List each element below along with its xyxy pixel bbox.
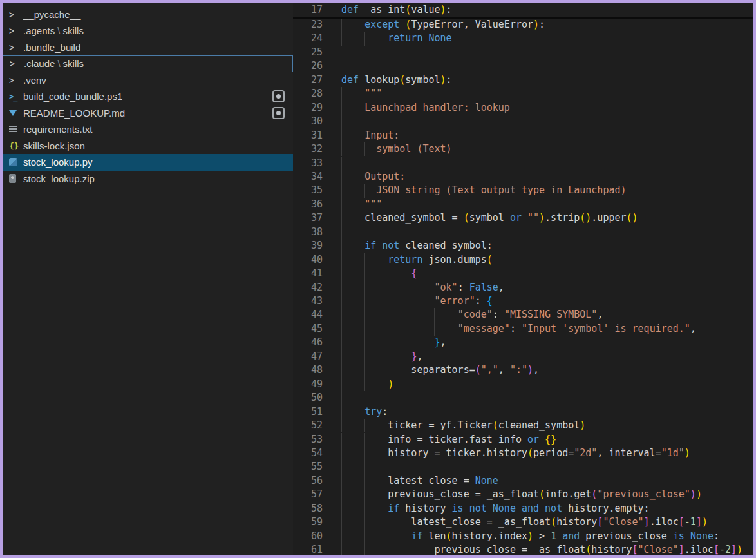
line-number: 59 — [293, 515, 323, 529]
code-line[interactable]: 60 if len(history.index) > 1 and previou… — [293, 530, 753, 543]
path-separator: \ — [57, 58, 60, 69]
sidebar-item-bundle-build[interactable]: >.bundle_build — [3, 39, 293, 55]
code-line[interactable]: 25 — [293, 46, 753, 59]
code-line[interactable]: 35 JSON string (Text output type in Laun… — [293, 184, 753, 197]
code-line[interactable]: 37 cleaned_symbol = (symbol or "").strip… — [293, 211, 753, 225]
code-line[interactable]: 61 previous_close = _as_float(history["C… — [293, 543, 753, 555]
code-line[interactable]: 33 — [293, 157, 753, 170]
code-editor[interactable]: 23 except (TypeError, ValueError):24 ret… — [293, 3, 753, 555]
code-token: history.empty: — [562, 503, 649, 514]
code-token — [341, 378, 388, 390]
code-token: { — [487, 295, 493, 307]
code-line[interactable]: 48 separators=(",", ":"), — [293, 363, 753, 377]
code-line[interactable]: 55 — [293, 460, 753, 474]
code-token — [341, 19, 364, 30]
code-line[interactable]: 47 }, — [293, 350, 753, 363]
sidebar-item-claude[interactable]: >.claude\skills — [3, 55, 293, 72]
sticky-scroll-line[interactable]: 17def _as_int(value): — [293, 3, 753, 19]
line-number: 24 — [293, 32, 323, 45]
item-label: .bundle_build — [23, 42, 80, 53]
code-line[interactable]: 24 return None — [293, 32, 753, 45]
code-line[interactable]: 57 previous_close = _as_float(info.get("… — [293, 488, 753, 501]
zip-icon — [9, 174, 16, 183]
sidebar-item-stock-lookup-zip[interactable]: stock_lookup.zip — [3, 170, 293, 187]
sidebar-item-agents[interactable]: >.agents\skills — [3, 23, 293, 39]
code-line[interactable]: 44 "code": "MISSING_SYMBOL", — [293, 308, 753, 322]
code-token — [341, 323, 458, 334]
code-line[interactable]: 59 latest_close = _as_float(history["Clo… — [293, 515, 753, 529]
line-number: 52 — [293, 419, 323, 432]
code-line[interactable]: 17def _as_int(value): — [293, 3, 753, 17]
icon-wrap: {} — [9, 141, 23, 151]
sidebar-item-build-code-bundle-ps1[interactable]: >_build_code_bundle.ps1 — [3, 88, 293, 105]
open-editor-badge[interactable] — [272, 90, 285, 102]
code-line[interactable]: 32 symbol (Text) — [293, 142, 753, 156]
code-token — [341, 88, 364, 99]
code-token: ( — [527, 447, 533, 459]
code-line[interactable]: 39 if not cleaned_symbol: — [293, 239, 753, 253]
code-line[interactable]: 56 latest_close = None — [293, 474, 753, 488]
code-token: "ok" — [435, 282, 458, 293]
code-line[interactable]: 53 info = ticker.fast_info or {} — [293, 433, 753, 447]
sidebar-item-venv[interactable]: >.venv — [3, 72, 293, 88]
code-line[interactable]: 52 ticker = yf.Ticker(cleaned_symbol) — [293, 419, 753, 432]
code-line[interactable]: 58 if history is not None and not histor… — [293, 502, 753, 515]
code-text: return None — [341, 32, 452, 45]
code-line[interactable]: 34 Output: — [293, 170, 753, 184]
code-token: is — [673, 530, 685, 542]
code-token: history — [399, 503, 451, 514]
code-line[interactable]: 49 ) — [293, 378, 753, 391]
code-token: "previous_close" — [597, 488, 690, 500]
code-token: () — [580, 212, 591, 224]
code-line[interactable]: 40 return json.dumps( — [293, 253, 753, 267]
code-token: history = ticker.history — [341, 447, 527, 459]
code-token: not — [545, 503, 562, 514]
line-number: 58 — [293, 502, 323, 515]
code-line[interactable]: 28 """ — [293, 87, 753, 101]
code-line[interactable]: 30 — [293, 115, 753, 128]
code-line[interactable]: 27def lookup(symbol): — [293, 73, 753, 87]
code-token — [341, 309, 458, 320]
code-line[interactable]: 42 "ok": False, — [293, 281, 753, 294]
code-token — [341, 254, 388, 265]
line-number: 37 — [293, 211, 323, 225]
code-token: () — [627, 212, 638, 224]
code-token: "Input 'symbol' is required." — [522, 323, 690, 334]
code-line[interactable]: 26 — [293, 59, 753, 73]
code-text: cleaned_symbol = (symbol or "").strip().… — [341, 211, 638, 225]
sidebar-item-skills-lock-json[interactable]: {}skills-lock.json — [3, 137, 293, 154]
code-token: .iloc — [685, 544, 713, 555]
code-text: if history is not None and not history.e… — [341, 502, 650, 515]
code-line[interactable]: 41 { — [293, 267, 753, 280]
code-line[interactable]: 45 "message": "Input 'symbol' is require… — [293, 322, 753, 336]
code-token: .upper — [591, 212, 626, 224]
item-label: .venv — [23, 75, 46, 86]
code-line[interactable]: 51 try: — [293, 405, 753, 419]
code-line[interactable]: 43 "error": { — [293, 294, 753, 308]
code-token: [ — [679, 516, 685, 528]
code-line[interactable]: 29 Launchpad handler: lookup — [293, 101, 753, 115]
code-token: ) — [702, 516, 708, 528]
code-line[interactable]: 31 Input: — [293, 129, 753, 142]
code-line[interactable]: 46 }, — [293, 336, 753, 349]
sidebar-item-readme-lookup-md[interactable]: README_LOOKUP.md — [3, 104, 293, 121]
code-token: None — [493, 503, 516, 514]
sidebar-item-pycache[interactable]: >__pycache__ — [3, 6, 293, 23]
code-token: : — [382, 406, 388, 418]
code-token: or — [510, 212, 522, 224]
open-editor-badge[interactable] — [272, 107, 285, 119]
code-text: history = ticker.history(period="2d", in… — [341, 447, 690, 460]
code-line[interactable]: 36 """ — [293, 198, 753, 211]
code-line[interactable]: 50 — [293, 391, 753, 405]
code-line[interactable]: 38 — [293, 226, 753, 239]
code-line[interactable]: 23 except (TypeError, ValueError): — [293, 18, 753, 32]
editor-lines[interactable]: 23 except (TypeError, ValueError):24 ret… — [293, 3, 753, 555]
sidebar-item-stock-lookup-py[interactable]: stock_lookup.py — [3, 154, 293, 171]
sidebar-item-requirements-txt[interactable]: requirements.txt — [3, 121, 293, 138]
code-token: "MISSING_SYMBOL" — [504, 309, 598, 320]
line-number: 23 — [293, 18, 323, 32]
code-token — [341, 102, 364, 113]
code-token: None — [690, 530, 713, 542]
code-line[interactable]: 54 history = ticker.history(period="2d",… — [293, 447, 753, 460]
code-text: "error": { — [341, 294, 493, 308]
